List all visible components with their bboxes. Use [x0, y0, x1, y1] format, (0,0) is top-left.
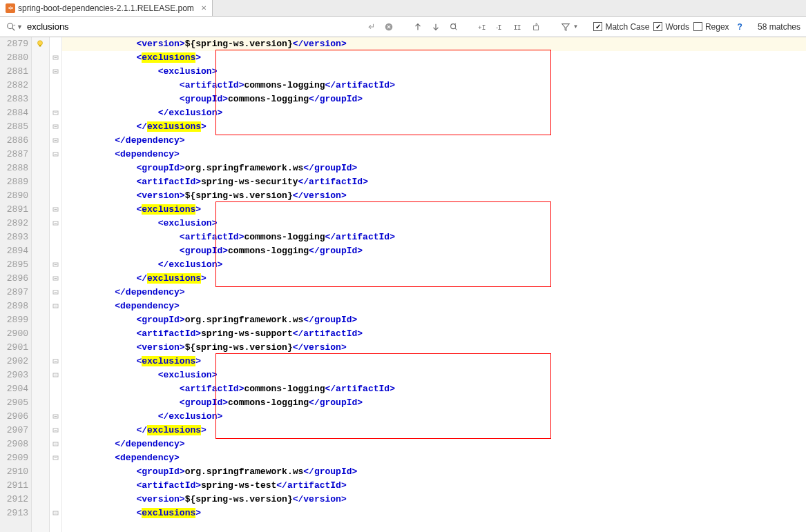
code-line[interactable]: <groupId>commons-logging</groupId>: [62, 244, 806, 258]
fold-handle-icon[interactable]: [52, 304, 59, 309]
close-icon[interactable]: ✕: [201, 4, 207, 12]
fold-handle-icon[interactable]: [52, 221, 59, 226]
code-line[interactable]: <dependency>: [62, 148, 806, 161]
code-line[interactable]: </dependency>: [62, 437, 806, 451]
code-area[interactable]: <version>${spring-ws.version}</version> …: [62, 37, 806, 532]
match-case-checkbox[interactable]: Match Case: [593, 22, 649, 32]
fold-gutter: [50, 37, 62, 532]
fold-handle-icon[interactable]: [52, 414, 59, 420]
regex-checkbox[interactable]: Regex: [693, 22, 729, 32]
intention-bulb-icon[interactable]: [32, 37, 49, 51]
code-line[interactable]: <artifactId>spring-ws-security</artifact…: [62, 175, 806, 189]
search-help-icon[interactable]: [447, 20, 461, 34]
svg-rect-8: [533, 26, 538, 30]
fold-handle-icon[interactable]: [52, 455, 59, 461]
code-line[interactable]: <version>${spring-ws.version}</version>: [62, 493, 806, 506]
tab-bar: spring-boot-dependencies-2.1.1.RELEASE.p…: [0, 0, 806, 17]
code-line[interactable]: <version>${spring-ws.version}</version>: [62, 341, 806, 355]
code-line[interactable]: <groupId>org.springframework.ws</groupId…: [62, 313, 806, 327]
fold-handle-icon[interactable]: [52, 207, 59, 213]
editor: 2879288028812882288328842885288628872888…: [0, 37, 806, 532]
filter-dropdown-icon[interactable]: ▼: [573, 23, 579, 30]
svg-text:ⵊⵊ: ⵊⵊ: [514, 23, 521, 30]
fold-handle-icon[interactable]: [52, 511, 59, 516]
export-icon[interactable]: [530, 20, 544, 34]
code-line[interactable]: <exclusions>: [62, 203, 806, 217]
code-line[interactable]: <artifactId>commons-logging</artifactId>: [62, 79, 806, 92]
fold-handle-icon[interactable]: [52, 290, 59, 295]
code-line[interactable]: <exclusion>: [62, 65, 806, 79]
code-line[interactable]: </exclusion>: [62, 258, 806, 272]
code-line[interactable]: <groupId>commons-logging</groupId>: [62, 396, 806, 410]
search-dropdown-icon[interactable]: ▼: [17, 23, 23, 30]
code-line[interactable]: <artifactId>spring-ws-support</artifactI…: [62, 327, 806, 341]
code-line[interactable]: <artifactId>commons-logging</artifactId>: [62, 230, 806, 244]
svg-line-1: [12, 28, 15, 30]
find-bar: ▼ +ⵊ -ⵊ ⵊⵊ ▼ Match Case Words Regex ? 58…: [0, 17, 806, 37]
search-icon[interactable]: [6, 21, 17, 32]
code-line[interactable]: <groupId>org.springframework.ws</groupId…: [62, 161, 806, 175]
next-match-icon[interactable]: [429, 20, 443, 34]
code-line[interactable]: <groupId>org.springframework.ws</groupId…: [62, 465, 806, 479]
code-line[interactable]: <dependency>: [62, 299, 806, 313]
fold-handle-icon[interactable]: [52, 69, 59, 75]
clear-icon[interactable]: [382, 20, 396, 34]
code-line[interactable]: <version>${spring-ws.version}</version>: [62, 37, 806, 51]
fold-handle-icon[interactable]: [52, 110, 59, 116]
code-line[interactable]: </exclusions>: [62, 120, 806, 134]
fold-handle-icon[interactable]: [52, 55, 59, 61]
fold-handle-icon[interactable]: [52, 373, 59, 378]
fold-handle-icon[interactable]: [52, 276, 59, 282]
code-line[interactable]: </exclusion>: [62, 106, 806, 120]
svg-text:-ⵊ: -ⵊ: [496, 23, 501, 30]
code-line[interactable]: </exclusions>: [62, 272, 806, 286]
code-line[interactable]: <artifactId>commons-logging</artifactId>: [62, 382, 806, 396]
filter-icon[interactable]: [559, 20, 573, 34]
fold-handle-icon[interactable]: [52, 428, 59, 433]
code-line[interactable]: <exclusion>: [62, 217, 806, 230]
fold-handle-icon[interactable]: [52, 138, 59, 144]
svg-text:+ⵊ: +ⵊ: [478, 23, 486, 30]
code-line[interactable]: <exclusions>: [62, 506, 806, 520]
tab-title: spring-boot-dependencies-2.1.1.RELEASE.p…: [18, 3, 194, 13]
code-line[interactable]: </exclusion>: [62, 410, 806, 424]
code-line[interactable]: </dependency>: [62, 134, 806, 148]
fold-handle-icon[interactable]: [52, 262, 59, 268]
fold-handle-icon[interactable]: [52, 152, 59, 157]
newline-icon[interactable]: [364, 20, 378, 34]
code-line[interactable]: <version>${spring-ws.version}</version>: [62, 189, 806, 203]
fold-handle-icon[interactable]: [52, 124, 59, 130]
marker-gutter: [32, 37, 50, 532]
add-selection-icon[interactable]: +ⵊ: [476, 20, 490, 34]
code-line[interactable]: </exclusions>: [62, 424, 806, 437]
help-icon[interactable]: ?: [738, 22, 742, 32]
code-line[interactable]: </dependency>: [62, 286, 806, 299]
remove-selection-icon[interactable]: -ⵊ: [494, 20, 508, 34]
svg-point-9: [38, 41, 43, 46]
svg-line-4: [454, 28, 457, 30]
code-line[interactable]: <dependency>: [62, 451, 806, 465]
code-line[interactable]: <groupId>commons-logging</groupId>: [62, 92, 806, 106]
code-line[interactable]: <artifactId>spring-ws-test</artifactId>: [62, 479, 806, 493]
code-line[interactable]: <exclusion>: [62, 368, 806, 382]
prev-match-icon[interactable]: [411, 20, 425, 34]
line-number-gutter: 2879288028812882288328842885288628872888…: [0, 37, 32, 532]
select-all-icon[interactable]: ⵊⵊ: [512, 20, 526, 34]
words-checkbox[interactable]: Words: [653, 22, 689, 32]
code-line[interactable]: <exclusions>: [62, 355, 806, 368]
match-count: 58 matches: [758, 22, 800, 32]
editor-tab[interactable]: spring-boot-dependencies-2.1.1.RELEASE.p…: [0, 0, 213, 16]
fold-handle-icon[interactable]: [52, 442, 59, 447]
pom-file-icon: [6, 3, 15, 13]
fold-handle-icon[interactable]: [52, 359, 59, 364]
code-line[interactable]: <exclusions>: [62, 51, 806, 65]
svg-point-0: [8, 23, 13, 28]
svg-rect-10: [39, 45, 41, 47]
search-input[interactable]: [27, 21, 186, 32]
